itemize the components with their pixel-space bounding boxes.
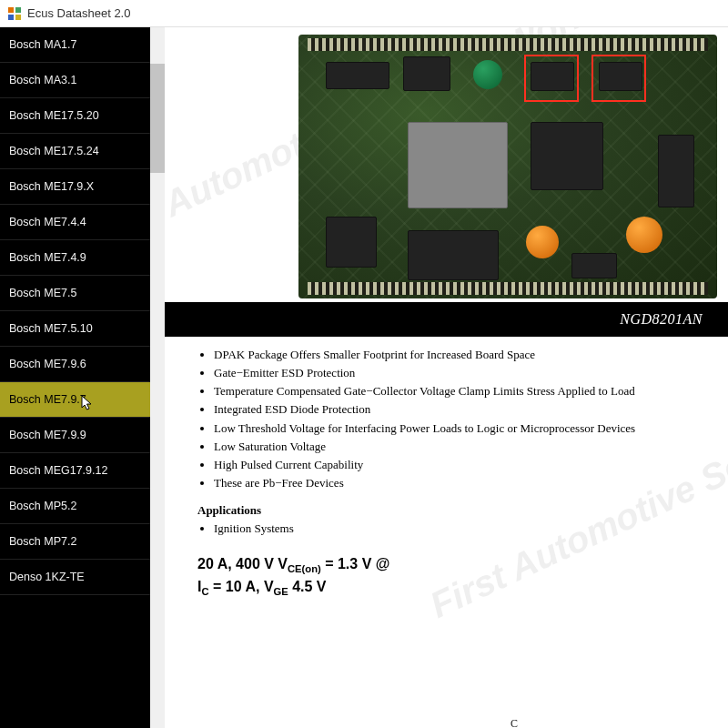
application-item: Ignition Systems [214,520,710,538]
component-highlight-box [592,55,646,102]
schematic-pin-c-label: C [511,717,518,728]
applications-section: Ignition Systems [165,520,728,541]
sidebar-item-ecu[interactable]: Denso 1KZ-TE [0,560,150,595]
feature-item: Low Saturation Voltage [214,438,710,456]
sidebar-item-ecu[interactable]: Bosch ME7.5.10 [0,311,150,347]
sidebar-item-label: Bosch MEG17.9.12 [9,464,107,477]
sidebar-item-label: Bosch ME17.5.24 [9,145,99,157]
sidebar-item-ecu[interactable]: Bosch MA3.1 [0,63,150,98]
applications-heading: Applications [165,496,728,520]
pcb-board-image [298,35,717,298]
sidebar-item-label: Bosch ME7.5 [9,287,76,299]
sidebar-item-label: Bosch ME7.4.9 [9,251,86,264]
svg-rect-2 [8,15,14,20]
sidebar-item-ecu[interactable]: Bosch MA1.7 [0,27,150,63]
pcb-image-area [176,35,717,298]
svg-rect-1 [15,7,21,13]
app-body: Bosch MA1.7Bosch MA3.1Bosch ME17.5.20Bos… [0,27,728,728]
sidebar-item-ecu[interactable]: Bosch ME17.5.20 [0,98,150,134]
sidebar-item-ecu[interactable]: Bosch ME17.9.X [0,169,150,205]
sidebar-item-ecu[interactable]: Bosch ME7.5 [0,276,150,311]
sidebar-item-label: Bosch ME17.9.X [9,180,94,193]
part-number-banner: NGD8201AN [165,302,728,337]
sidebar-item-ecu[interactable]: Bosch MP5.2 [0,489,150,524]
sidebar-item-ecu[interactable]: Bosch ME17.5.24 [0,134,150,169]
features-section: DPAK Package Offers Smaller Footprint fo… [165,337,728,496]
feature-item: These are Pb−Free Devices [214,474,710,492]
sidebar-item-label: Bosch MP7.2 [9,535,76,548]
feature-item: Gate−Emitter ESD Protection [214,364,710,382]
app-icon [7,6,22,21]
svg-rect-3 [15,15,21,20]
sidebar-item-label: Bosch MP5.2 [9,500,76,512]
feature-item: DPAK Package Offers Smaller Footprint fo… [214,346,710,364]
sidebar-item-label: Bosch ME7.9.7 [9,393,86,406]
electrical-spec: 20 A, 400 V VCE(on) = 1.3 V @ IC = 10 A,… [165,541,728,604]
sidebar-item-label: Bosch ME7.4.4 [9,216,86,228]
sidebar-item-label: Bosch MA3.1 [9,74,76,86]
sidebar-item-label: Bosch ME7.9.6 [9,358,86,370]
window-title: Ecus Datasheet 2.0 [27,6,130,20]
sidebar-item-label: Bosch ME7.5.10 [9,322,93,335]
ecu-list-sidebar[interactable]: Bosch MA1.7Bosch MA3.1Bosch ME17.5.20Bos… [0,27,150,728]
sidebar-item-ecu[interactable]: Bosch ME7.4.9 [0,240,150,276]
feature-item: High Pulsed Current Capability [214,456,710,474]
sidebar-item-ecu[interactable]: Bosch ME7.9.9 [0,418,150,453]
scrollbar-thumb[interactable] [150,64,165,173]
sidebar-item-ecu[interactable]: Bosch ME7.4.4 [0,205,150,240]
sidebar-item-ecu[interactable]: Bosch MEG17.9.12 [0,453,150,489]
feature-item: Integrated ESD Diode Protection [214,400,710,419]
sidebar-item-label: Bosch ME7.9.9 [9,429,86,441]
sidebar-item-label: Denso 1KZ-TE [9,571,85,583]
sidebar-item-label: Bosch ME17.5.20 [9,109,99,122]
feature-item: Temperature Compensated Gate−Collector V… [214,382,710,400]
component-highlight-box [524,55,579,102]
sidebar-scrollbar[interactable] [150,27,165,728]
datasheet-content: First Automotive Software World Store Fi… [165,27,728,728]
window-titlebar: Ecus Datasheet 2.0 [0,0,728,27]
sidebar-item-ecu[interactable]: Bosch MP7.2 [0,524,150,560]
svg-rect-0 [8,7,14,13]
sidebar-item-ecu[interactable]: Bosch ME7.9.6 [0,347,150,382]
sidebar-item-label: Bosch MA1.7 [9,38,76,51]
feature-item: Low Threshold Voltage for Interfacing Po… [214,420,710,438]
sidebar-item-ecu[interactable]: Bosch ME7.9.7 [0,382,150,418]
